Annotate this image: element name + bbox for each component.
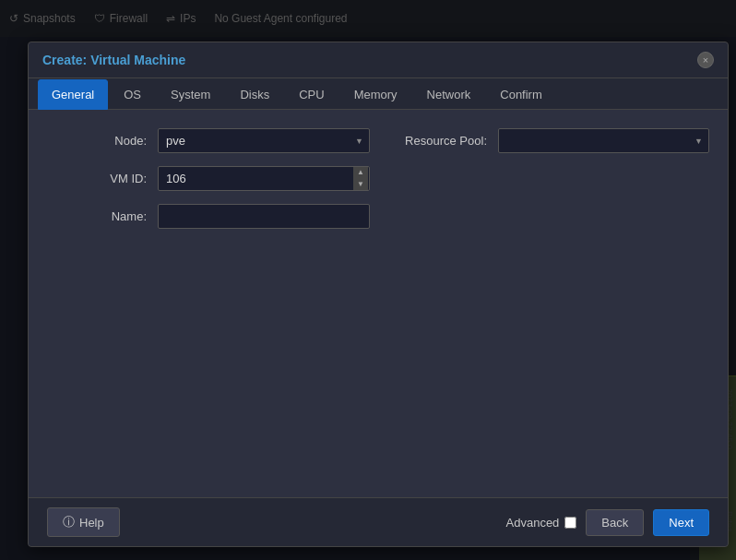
- help-button[interactable]: ⓘ Help: [47, 507, 120, 537]
- node-select-wrapper: pve: [158, 128, 370, 153]
- name-row: Name:: [47, 204, 709, 229]
- tab-bar: General OS System Disks CPU Memory Netwo…: [29, 78, 728, 110]
- tab-disks[interactable]: Disks: [226, 79, 283, 110]
- name-input[interactable]: [158, 204, 370, 229]
- next-label: Next: [669, 516, 694, 530]
- name-label: Name:: [47, 209, 158, 223]
- modal-body: Node: pve Resource Pool: VM ID:: [29, 110, 728, 497]
- node-select[interactable]: pve: [158, 128, 370, 153]
- question-circle-icon: ⓘ: [63, 514, 75, 530]
- resource-pool-label: Resource Pool:: [378, 134, 498, 148]
- vmid-row: VM ID: ▲ ▼: [47, 166, 709, 191]
- create-vm-modal: Create: Virtual Machine × General OS Sys…: [28, 42, 729, 547]
- advanced-checkbox[interactable]: [564, 517, 576, 529]
- back-button[interactable]: Back: [586, 509, 644, 536]
- node-col: Node: pve: [47, 128, 378, 153]
- footer-right: Advanced Back Next: [506, 509, 709, 536]
- back-label: Back: [601, 516, 628, 530]
- vmid-field-wrapper: ▲ ▼: [158, 166, 370, 191]
- tab-general[interactable]: General: [38, 79, 108, 110]
- close-icon: ×: [703, 54, 708, 66]
- vmid-spinner: ▲ ▼: [353, 167, 368, 190]
- modal-footer: ⓘ Help Advanced Back Next: [29, 497, 728, 546]
- next-button[interactable]: Next: [653, 509, 709, 536]
- modal-header: Create: Virtual Machine ×: [29, 42, 728, 78]
- tab-system[interactable]: System: [157, 79, 224, 110]
- node-label: Node:: [47, 134, 158, 148]
- tab-network[interactable]: Network: [413, 79, 485, 110]
- vmid-decrement-button[interactable]: ▼: [353, 179, 368, 191]
- tab-memory[interactable]: Memory: [340, 79, 411, 110]
- name-field-wrapper: [158, 204, 370, 229]
- resource-pool-select[interactable]: [498, 128, 709, 153]
- resource-pool-select-wrapper: [498, 128, 709, 153]
- tab-os[interactable]: OS: [110, 79, 155, 110]
- advanced-section: Advanced: [506, 516, 577, 530]
- node-resource-row: Node: pve Resource Pool:: [47, 128, 709, 153]
- vmid-increment-button[interactable]: ▲: [353, 167, 368, 179]
- vmid-input[interactable]: [158, 166, 370, 191]
- footer-left: ⓘ Help: [47, 507, 120, 537]
- modal-title: Create: Virtual Machine: [42, 53, 185, 67]
- tab-confirm[interactable]: Confirm: [486, 79, 556, 110]
- close-button[interactable]: ×: [697, 52, 714, 68]
- help-label: Help: [79, 516, 104, 530]
- tab-cpu[interactable]: CPU: [285, 79, 338, 110]
- resource-pool-col: Resource Pool:: [378, 128, 709, 153]
- vmid-label: VM ID:: [47, 172, 158, 185]
- advanced-label: Advanced: [506, 516, 560, 530]
